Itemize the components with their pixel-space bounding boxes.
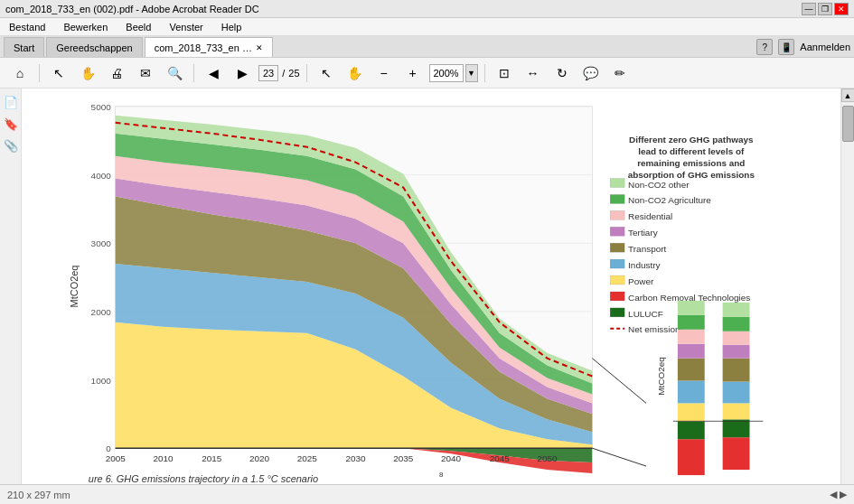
- svg-rect-56: [723, 437, 750, 470]
- svg-rect-33: [610, 243, 624, 252]
- scroll-up-button[interactable]: ▲: [841, 89, 855, 102]
- minimize-button[interactable]: —: [802, 3, 816, 15]
- menu-bewerken[interactable]: Bewerken: [60, 20, 111, 34]
- status-bar: 210 x 297 mm ◀ ▶: [0, 484, 854, 504]
- svg-rect-64: [723, 303, 750, 317]
- svg-rect-53: [678, 330, 705, 344]
- svg-rect-51: [678, 359, 705, 381]
- menu-help[interactable]: Help: [218, 20, 246, 34]
- svg-text:8: 8: [439, 471, 444, 479]
- email-button[interactable]: ✉: [133, 61, 158, 85]
- tab-start[interactable]: Start: [4, 37, 44, 57]
- svg-rect-49: [678, 403, 705, 421]
- search-button[interactable]: 🔍: [162, 61, 187, 85]
- svg-text:0: 0: [106, 443, 111, 453]
- svg-rect-55: [678, 301, 705, 315]
- scroll-indicator: ◀ ▶: [830, 489, 847, 500]
- svg-text:Power: Power: [628, 276, 654, 286]
- menu-bestand[interactable]: Bestand: [5, 20, 49, 34]
- svg-text:4000: 4000: [91, 171, 112, 181]
- svg-text:2045: 2045: [490, 453, 511, 463]
- print-button[interactable]: 🖨: [104, 61, 129, 85]
- sidebar-attachment-icon[interactable]: 📎: [3, 137, 19, 154]
- svg-rect-58: [723, 403, 750, 419]
- svg-text:2035: 2035: [393, 453, 414, 463]
- page-number-input[interactable]: 23: [258, 65, 278, 81]
- svg-rect-62: [723, 331, 750, 345]
- svg-rect-39: [610, 292, 624, 301]
- title-bar: com_2018_733_en (002).pdf - Adobe Acroba…: [0, 0, 854, 18]
- svg-text:3000: 3000: [91, 238, 112, 248]
- zoom-out-button[interactable]: −: [371, 61, 397, 85]
- tab-document[interactable]: com_2018_733_en … ✕: [145, 37, 273, 57]
- toolbar-separator-3: [306, 64, 307, 82]
- y-axis-label: MtCO2eq: [69, 266, 80, 308]
- pdf-content: MtCO2eq 5000 4000 3000 2000 1000 0: [22, 89, 840, 484]
- home-button[interactable]: ⌂: [7, 61, 33, 85]
- total-pages: 25: [288, 68, 299, 79]
- pan-tool[interactable]: ✋: [343, 61, 368, 85]
- svg-rect-50: [678, 381, 705, 404]
- tab-gereedschappen[interactable]: Gereedschappen: [46, 37, 142, 57]
- svg-text:lead to different levels of: lead to different levels of: [638, 146, 745, 156]
- tab-close-icon[interactable]: ✕: [256, 43, 263, 52]
- svg-rect-61: [723, 345, 750, 359]
- aanmelden-button[interactable]: Aanmelden: [800, 42, 850, 52]
- svg-text:5000: 5000: [91, 102, 112, 112]
- svg-text:2030: 2030: [345, 453, 366, 463]
- zoom-input[interactable]: [429, 64, 464, 82]
- fit-page-button[interactable]: ⊡: [492, 61, 517, 85]
- svg-rect-52: [678, 344, 705, 359]
- markup-button[interactable]: ✏: [607, 61, 633, 85]
- tab-bar-right: ? 📱 Aanmelden: [756, 39, 850, 57]
- page-size-label: 210 x 297 mm: [7, 490, 70, 500]
- svg-text:LULUCF: LULUCF: [628, 309, 663, 319]
- window-controls[interactable]: — ❐ ✕: [802, 3, 849, 15]
- close-button[interactable]: ✕: [834, 3, 849, 15]
- cursor-tool[interactable]: ↖: [46, 61, 71, 85]
- help-icon[interactable]: ?: [756, 39, 773, 55]
- rotate-button[interactable]: ↻: [549, 61, 575, 85]
- svg-text:2015: 2015: [202, 453, 222, 463]
- sidebar-bookmark-icon[interactable]: 🔖: [3, 116, 19, 132]
- tab-bar: Start Gereedschappen com_2018_733_en … ✕…: [0, 36, 854, 58]
- svg-rect-31: [610, 227, 624, 236]
- svg-line-45: [592, 359, 646, 404]
- prev-page-button[interactable]: ◀: [201, 61, 226, 85]
- toolbar-separator: [39, 64, 40, 82]
- svg-text:Different zero GHG pathways: Different zero GHG pathways: [629, 135, 754, 145]
- sidebar-page-icon[interactable]: 📄: [3, 94, 19, 110]
- right-scrollbar[interactable]: ▲: [840, 89, 854, 484]
- select-tool[interactable]: ↖: [314, 61, 339, 85]
- scroll-thumb[interactable]: [842, 106, 854, 142]
- svg-text:Non-CO2 Agriculture: Non-CO2 Agriculture: [628, 195, 711, 205]
- svg-text:absorption of GHG emissions: absorption of GHG emissions: [628, 170, 755, 180]
- zoom-dropdown[interactable]: ▼: [465, 64, 478, 82]
- toolbar-separator-2: [193, 64, 194, 82]
- svg-rect-37: [610, 275, 624, 285]
- page-separator: /: [282, 68, 285, 79]
- svg-rect-25: [610, 179, 624, 188]
- svg-text:Industry: Industry: [628, 260, 660, 270]
- tablet-icon[interactable]: 📱: [778, 39, 794, 55]
- svg-rect-47: [678, 439, 705, 475]
- fit-width-button[interactable]: ↔: [521, 61, 546, 85]
- svg-text:ure 6. GHG emissions trajector: ure 6. GHG emissions trajectory in a 1.5…: [89, 473, 318, 484]
- svg-rect-59: [723, 382, 750, 404]
- svg-rect-29: [610, 210, 624, 219]
- main-area: 📄 🔖 📎 MtCO2eq 5000 4000: [0, 89, 854, 484]
- toolbar: ⌂ ↖ ✋ 🖨 ✉ 🔍 ◀ ▶ 23 / 25 ↖ ✋ − + ▼ ⊡ ↔ ↻ …: [0, 58, 854, 89]
- svg-text:Net emissions: Net emissions: [628, 324, 684, 334]
- zoom-control[interactable]: ▼: [429, 64, 478, 82]
- menu-venster[interactable]: Venster: [165, 20, 206, 34]
- zoom-in-button[interactable]: +: [400, 61, 426, 85]
- svg-rect-57: [723, 419, 750, 437]
- next-page-button[interactable]: ▶: [230, 61, 255, 85]
- svg-text:Tertiary: Tertiary: [628, 228, 658, 238]
- menu-beeld[interactable]: Beeld: [122, 20, 155, 34]
- comment-button[interactable]: 💬: [578, 61, 604, 85]
- menu-bar: Bestand Bewerken Beeld Venster Help: [0, 18, 854, 36]
- svg-text:1000: 1000: [91, 376, 112, 386]
- maximize-button[interactable]: ❐: [818, 3, 832, 15]
- hand-tool[interactable]: ✋: [75, 61, 100, 85]
